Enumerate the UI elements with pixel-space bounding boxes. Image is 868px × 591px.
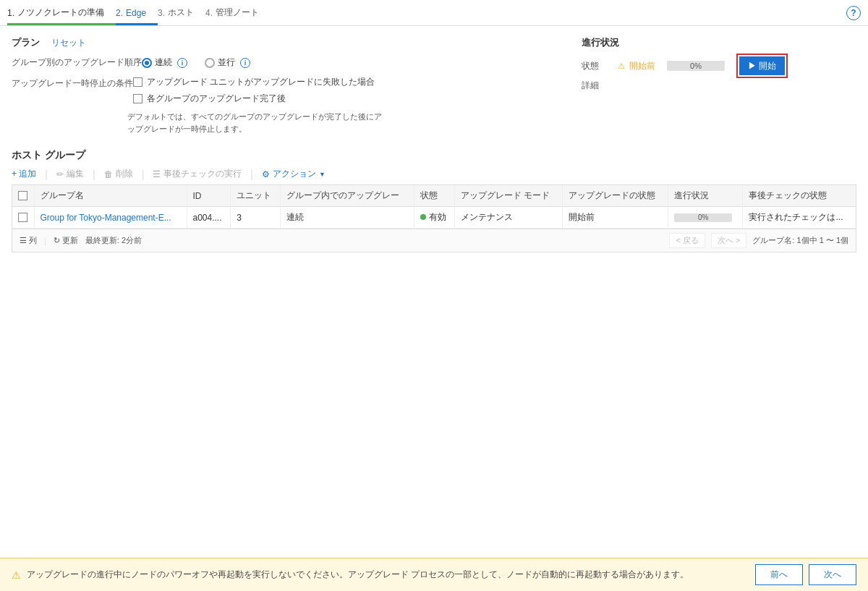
table-footer-left: ☰ 列 | ↻ 更新 最終更新: 2分前 [20,235,669,246]
upgrade-order-label: グループ別のアップグレード順序 [12,56,142,69]
count-label: グループ名: 1個中 1 〜 1個 [752,235,848,246]
sequential-label: 連続 [155,56,172,69]
refresh-icon: ↻ [54,236,60,245]
columns-icon: ☰ [20,236,27,245]
next-page-button[interactable]: 次へ > [711,233,746,248]
row-upgrade-in-group: 連続 [281,207,414,229]
separator1: | [45,169,48,180]
row-upgrade-mode: メンテナンス [454,207,562,229]
progress-bar-wrapper: 0% [667,61,725,71]
table-footer-right: < 戻る 次へ > グループ名: 1個中 1 〜 1個 [669,233,848,248]
condition1-label: アップグレード ユニットがアップグレードに失敗した場合 [147,76,375,88]
col-post-check[interactable]: 事後チェックの状態 [743,185,856,207]
tab-2-number: 2. [116,8,123,18]
status-warning: ⚠ 開始前 [616,60,655,72]
col-upgrade-in-group[interactable]: グループ内でのアップグレー [281,185,414,207]
condition1-checkbox[interactable] [133,77,142,87]
col-upgrade-state[interactable]: アップグレードの状態 [563,185,668,207]
row-upgrade-state: 開始前 [563,207,668,229]
reset-link[interactable]: リセット [51,37,86,49]
row-group-name: Group for Tokyo-Management-E... [34,207,187,229]
condition-options: アップグレード ユニットがアップグレードに失敗した場合 各グループのアップグレー… [133,76,375,105]
sequential-info-icon[interactable]: i [177,58,187,68]
row-units: 3 [231,207,281,229]
tab-4[interactable]: 4. 管理ノート [205,0,271,25]
tab-1-label: ノツノクレートの準備 [17,7,104,19]
parallel-info-icon[interactable]: i [240,58,250,68]
condition2-row: 各グループのアップグレード完了後 [133,93,375,105]
tab-1[interactable]: 1. ノツノクレートの準備 [7,0,116,25]
separator2: | [93,169,95,180]
columns-button[interactable]: ☰ 列 [20,235,37,246]
tab-1-number: 1. [7,8,14,18]
action-button[interactable]: ⚙ アクション ▼ [262,168,326,180]
action-label: アクション [273,168,316,180]
row-id: a004.... [187,207,231,229]
tab-3[interactable]: 3. ホスト [158,0,205,25]
sequential-option[interactable]: 連続 i [142,56,187,69]
default-note: デフォルトでは、すべてのグループのアップグレードが完了した後にアップグレードが一… [127,111,388,135]
group-name-link[interactable]: Group for Tokyo-Management-E... [41,213,171,223]
sequential-radio[interactable] [142,58,152,68]
detail-row: 詳細 [582,80,856,92]
start-button[interactable]: ▶ 開始 [739,56,785,75]
trash-icon: 🗑 [104,169,113,179]
gear-icon: ⚙ [262,169,270,179]
chevron-down-icon: ▼ [319,171,326,178]
plan-section: プラン リセット グループ別のアップグレード順序 連続 i [12,36,538,135]
col-status[interactable]: 状態 [414,185,454,207]
edit-button[interactable]: ✏ 編集 [56,168,84,180]
col-progress[interactable]: 進行状況 [668,185,743,207]
plan-progress-section: プラン リセット グループ別のアップグレード順序 連続 i [12,36,856,135]
tab-2[interactable]: 2. Edge [116,0,158,25]
plan-header: プラン リセット [12,36,538,49]
progress-title: 進行状況 [582,36,856,49]
radio-group: 連続 i 並行 i [142,56,250,69]
table: グループ名 ID ユニット グループ内でのアップグレー 状態 アップグレード モ… [12,185,856,229]
host-group-toolbar: + 追加 | ✏ 編集 | 🗑 削除 | ☰ 事後チェックの実行 | [12,168,856,180]
post-check-label: 事後チェックの実行 [163,168,242,180]
col-id[interactable]: ID [187,185,231,207]
row-checkbox-cell [12,207,34,229]
status-warning-text: 開始前 [629,60,655,72]
progress-pct-label: 0% [667,61,725,70]
last-updated: 最終更新: 2分前 [85,235,142,246]
row-checkbox[interactable] [18,213,27,222]
col-group-name[interactable]: グループ名 [34,185,187,207]
warning-triangle-icon: ⚠ [616,61,626,71]
col-upgrade-mode[interactable]: アップグレード モード [454,185,562,207]
refresh-label: 更新 [62,235,78,246]
table-footer: ☰ 列 | ↻ 更新 最終更新: 2分前 < 戻る 次へ > グループ名: [12,229,856,252]
select-all-checkbox[interactable] [18,191,27,200]
col-units[interactable]: ユニット [231,185,281,207]
prev-page-button[interactable]: < 戻る [669,233,705,248]
host-group-title: ホスト グループ [12,149,856,162]
tab-3-label: ホスト [168,7,194,19]
help-icon[interactable]: ? [846,6,861,20]
main-content: プラン リセット グループ別のアップグレード順序 連続 i [0,26,868,252]
post-check-button[interactable]: ☰ 事後チェックの実行 [153,168,242,180]
row-progress: 0% [668,207,743,229]
check-icon: ☰ [153,169,161,179]
pencil-icon: ✏ [56,169,64,179]
status-dot-icon [420,214,426,220]
delete-button[interactable]: 🗑 削除 [104,168,133,180]
parallel-radio[interactable] [205,58,215,68]
separator4: | [250,169,253,180]
parallel-option[interactable]: 並行 i [205,56,250,69]
tab-2-label: Edge [126,8,146,18]
condition-row: アップグレード一時停止の条件 アップグレード ユニットがアップグレードに失敗した… [12,76,538,105]
row-progress-bar: 0% [674,213,732,222]
condition1-row: アップグレード ユニットがアップグレードに失敗した場合 [133,76,375,88]
refresh-button[interactable]: ↻ 更新 [54,235,78,246]
add-button[interactable]: + 追加 [12,168,36,180]
upgrade-order-row: グループ別のアップグレード順序 連続 i 並行 i [12,56,538,69]
tab-4-label: 管理ノート [216,7,259,19]
edit-label: 編集 [67,168,84,180]
status-label: 状態 [582,60,610,72]
condition2-checkbox[interactable] [133,94,142,103]
tab-3-number: 3. [158,8,165,18]
progress-section: 進行状況 状態 ⚠ 開始前 0% ▶ 開始 [582,36,856,135]
row-post-check: 実行されたチェックは... [743,207,856,229]
parallel-label: 並行 [218,56,235,69]
